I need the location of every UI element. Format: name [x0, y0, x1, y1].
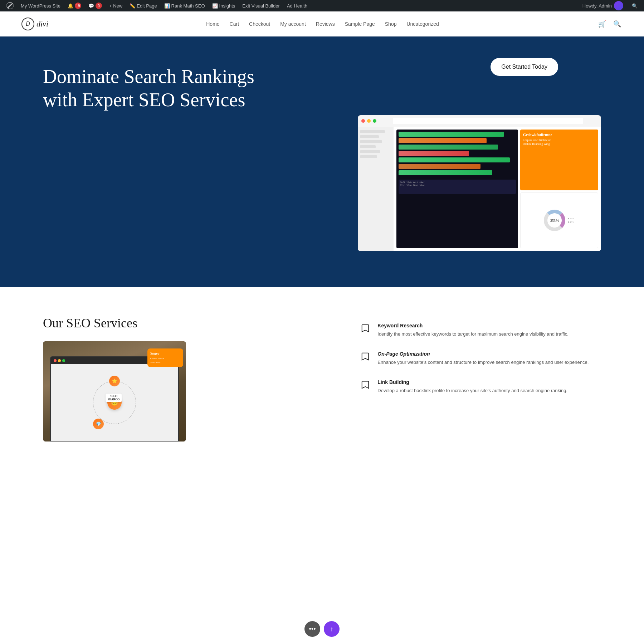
nav-links: Home Cart Checkout My account Reviews Sa…: [202, 18, 443, 30]
nav-icons: 🛒 🔍: [597, 19, 623, 29]
hero-section: Dominate Search Rankings with Expert SEO…: [0, 36, 644, 287]
admin-wp-logo[interactable]: [4, 0, 16, 11]
admin-edit-page[interactable]: ✏️ Edit Page: [127, 0, 160, 11]
service-name-keyword: Keyword Research: [377, 323, 568, 328]
admin-new[interactable]: + New: [106, 0, 125, 11]
services-left: Our SEO Services: [43, 316, 332, 441]
admin-howdy[interactable]: Howdy, Admin: [580, 1, 626, 10]
search-icon[interactable]: 🔍: [612, 19, 623, 29]
nav-cart[interactable]: Cart: [225, 18, 243, 30]
nav-reviews[interactable]: Reviews: [312, 18, 339, 30]
service-desc-link: Develop a robust backlink profile to inc…: [377, 387, 567, 395]
site-logo[interactable]: D divi: [21, 18, 48, 30]
admin-ad-health[interactable]: Ad Health: [284, 0, 310, 11]
hero-dashboard-image: 00ff 23ab 44cd 89ef 12bc 56de 78ab 90cd …: [358, 115, 601, 251]
services-list: Keyword Research Identify the most effec…: [360, 316, 601, 407]
service-item-link-building: Link Building Develop a robust backlink …: [360, 379, 601, 395]
admin-notifications[interactable]: 🔔 19: [65, 0, 84, 11]
admin-insights[interactable]: 📈 Insights: [209, 0, 238, 11]
nav-shop[interactable]: Shop: [381, 18, 401, 30]
notification-badge: 19: [75, 3, 81, 9]
comment-badge: 0: [96, 3, 102, 9]
service-desc-onpage: Enhance your website's content and struc…: [377, 359, 589, 366]
bookmark-icon: [360, 323, 370, 333]
hero-title: Dominate Search Rankings with Expert SEO…: [43, 65, 258, 112]
get-started-button[interactable]: Get Started Today: [491, 58, 558, 76]
nav-uncategorized[interactable]: Uncategorized: [402, 18, 443, 30]
main-navigation: D divi Home Cart Checkout My account Rev…: [0, 11, 644, 36]
admin-rank-math[interactable]: 📊 Rank Math SEO: [161, 0, 208, 11]
cart-icon[interactable]: 🛒: [597, 19, 608, 29]
admin-exit-builder[interactable]: Exit Visual Builder: [239, 0, 283, 11]
bookmark-icon-2: [360, 352, 370, 362]
services-section: Our SEO Services: [0, 287, 644, 470]
admin-search[interactable]: 🔍: [629, 0, 640, 11]
service-desc-keyword: Identify the most effective keywords to …: [377, 331, 568, 338]
nav-home[interactable]: Home: [202, 18, 224, 30]
admin-comments[interactable]: 💬 0: [86, 0, 105, 11]
url-bar: [393, 118, 583, 124]
dashboard-sidebar: [358, 127, 394, 251]
admin-avatar: [614, 1, 623, 10]
services-laptop-image: 😊 ⭐ 💎 SEEOSEARCO Sngeo Online s: [43, 341, 186, 441]
admin-site-name[interactable]: My WordPress Site: [18, 0, 63, 11]
service-item-keyword-research: Keyword Research Identify the most effec…: [360, 323, 601, 338]
admin-bar: My WordPress Site 🔔 19 💬 0 + New ✏️ Edit…: [0, 0, 644, 11]
donut-chart: 253%: [544, 210, 565, 231]
service-name-link: Link Building: [377, 379, 567, 385]
nav-sample-page[interactable]: Sample Page: [341, 18, 379, 30]
services-title: Our SEO Services: [43, 316, 332, 331]
nav-my-account[interactable]: My account: [276, 18, 310, 30]
nav-checkout[interactable]: Checkout: [245, 18, 274, 30]
service-name-onpage: On-Page Optimization: [377, 351, 589, 357]
dashboard-right-panel: Grshwkfotlirmne Corpius tooct frmline of…: [520, 130, 598, 248]
bookmark-icon-3: [360, 380, 370, 390]
dashboard-chart: 00ff 23ab 44cd 89ef 12bc 56de 78ab 90cd: [396, 130, 518, 248]
service-item-onpage: On-Page Optimization Enhance your websit…: [360, 351, 601, 366]
dashboard-header: [358, 115, 601, 127]
hero-content: Dominate Search Rankings with Expert SEO…: [43, 65, 501, 122]
logo-circle: D: [21, 18, 34, 30]
